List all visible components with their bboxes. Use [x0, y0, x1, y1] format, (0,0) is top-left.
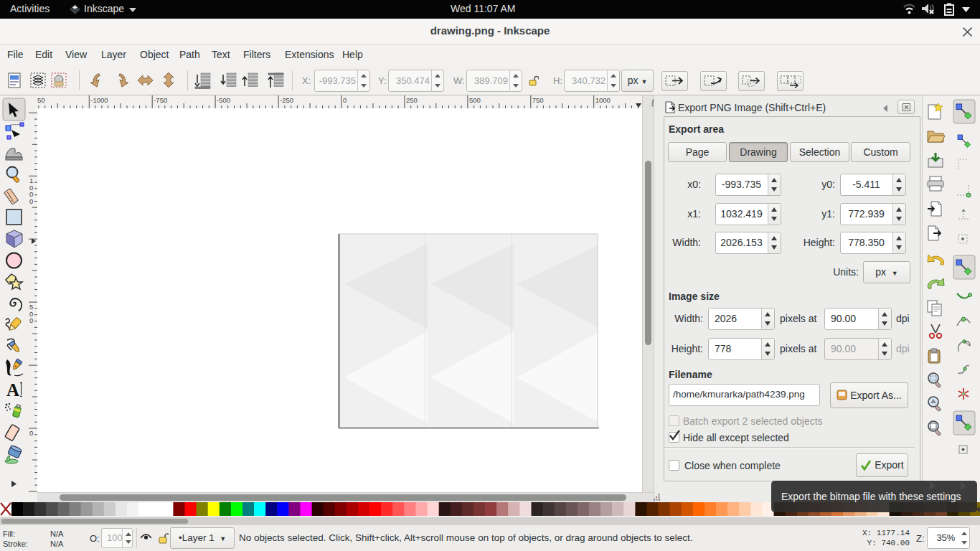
svg-text:-1250: -1250 [37, 96, 45, 104]
svg-text:0: 0 [29, 316, 33, 324]
svg-text:1000: 1000 [595, 96, 611, 104]
svg-text:250: 250 [406, 96, 418, 104]
svg-text:-250: -250 [280, 96, 293, 104]
svg-text:A: A [6, 380, 19, 400]
svg-text:500: 500 [469, 96, 481, 104]
svg-text:750: 750 [532, 96, 544, 104]
svg-text:0: 0 [343, 96, 347, 104]
svg-text:-500: -500 [217, 96, 230, 104]
svg-text:0: 0 [29, 197, 33, 205]
svg-text:-750: -750 [154, 96, 167, 104]
svg-text:-1000: -1000 [90, 96, 108, 104]
svg-text:0: 0 [29, 429, 33, 437]
